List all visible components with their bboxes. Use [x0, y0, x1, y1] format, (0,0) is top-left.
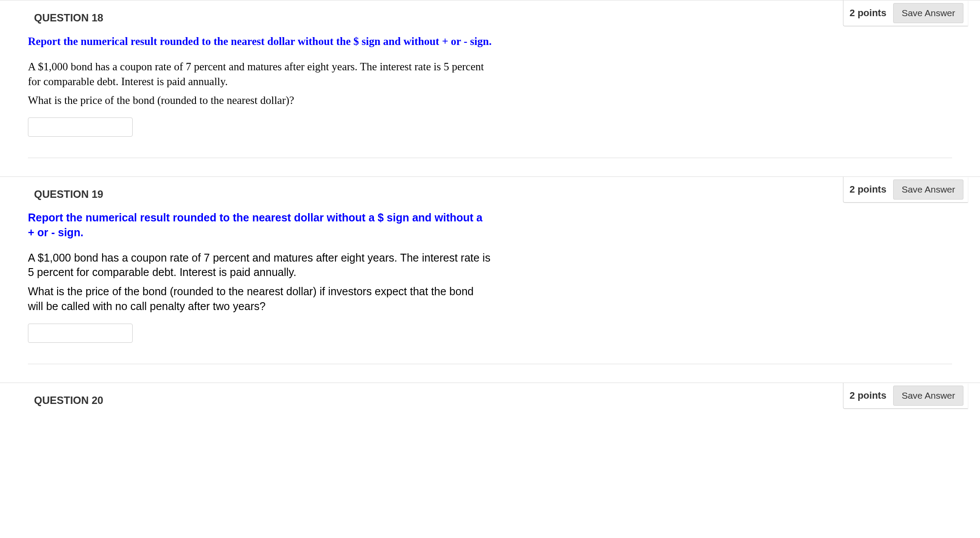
points-label: 2 points [850, 183, 886, 196]
question-block-18: QUESTION 18 2 points Save Answer Report … [0, 0, 980, 166]
question-header-right: 2 points Save Answer [843, 0, 968, 26]
question-body: Report the numerical result rounded to t… [0, 26, 733, 137]
question-instruction: Report the numerical result rounded to t… [28, 34, 699, 49]
question-title: QUESTION 19 [34, 177, 103, 201]
points-label: 2 points [850, 389, 886, 402]
question-header: QUESTION 18 2 points Save Answer [0, 0, 980, 26]
question-text: A $1,000 bond has a coupon rate of 7 per… [28, 251, 490, 280]
question-header-right: 2 points Save Answer [843, 177, 968, 203]
save-answer-button[interactable]: Save Answer [893, 179, 963, 200]
question-title: QUESTION 18 [34, 0, 103, 25]
question-header: QUESTION 20 2 points Save Answer [0, 383, 980, 409]
question-prompt: What is the price of the bond (rounded t… [28, 284, 490, 314]
question-block-20: QUESTION 20 2 points Save Answer [0, 383, 980, 412]
question-instruction: Report the numerical result rounded to t… [28, 210, 490, 240]
spacer [0, 166, 980, 176]
question-title: QUESTION 20 [34, 383, 103, 407]
question-divider [28, 158, 952, 158]
question-header-right: 2 points Save Answer [843, 383, 968, 409]
question-divider [28, 364, 952, 364]
question-text: A $1,000 bond has a coupon rate of 7 per… [28, 59, 490, 89]
spacer [0, 372, 980, 383]
save-answer-button[interactable]: Save Answer [893, 386, 963, 406]
answer-input[interactable] [28, 324, 133, 343]
question-prompt: What is the price of the bond (rounded t… [28, 93, 490, 108]
save-answer-button[interactable]: Save Answer [893, 3, 963, 23]
points-label: 2 points [850, 7, 886, 20]
question-header: QUESTION 19 2 points Save Answer [0, 177, 980, 203]
question-block-19: QUESTION 19 2 points Save Answer Report … [0, 176, 980, 372]
answer-input[interactable] [28, 117, 133, 137]
question-body: Report the numerical result rounded to t… [0, 203, 733, 343]
